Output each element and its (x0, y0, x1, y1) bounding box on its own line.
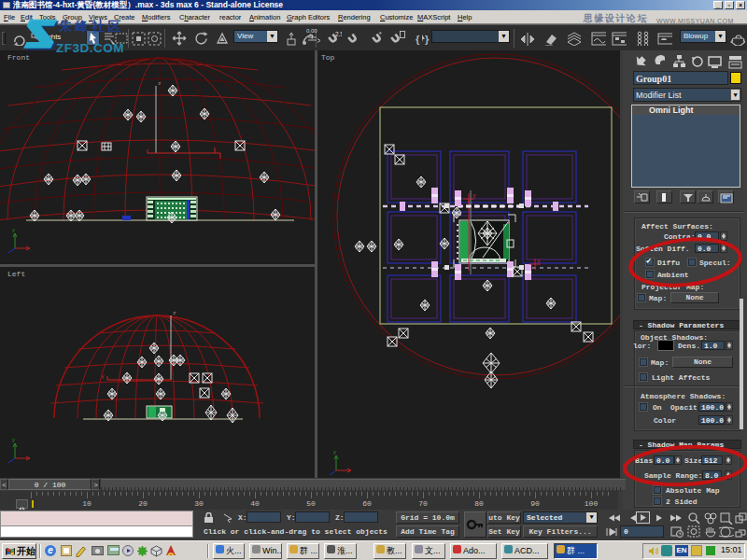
svg-text:}: } (425, 34, 430, 45)
svg-text:z: z (173, 310, 176, 316)
svg-text:y: y (333, 449, 336, 455)
svg-text:z: z (158, 80, 162, 87)
svg-text:Top: Top (321, 53, 335, 62)
svg-text:x: x (537, 258, 541, 264)
svg-text:y: y (12, 437, 15, 442)
svg-text:2.5: 2.5 (335, 31, 342, 37)
svg-text:x: x (472, 192, 476, 199)
svg-text:Front: Front (7, 53, 30, 62)
svg-text:y: y (12, 227, 15, 232)
svg-text:*: * (379, 31, 382, 37)
svg-text:{: { (416, 34, 420, 45)
svg-text:Y: Y (101, 374, 105, 381)
svg-text:Left: Left (7, 270, 25, 278)
